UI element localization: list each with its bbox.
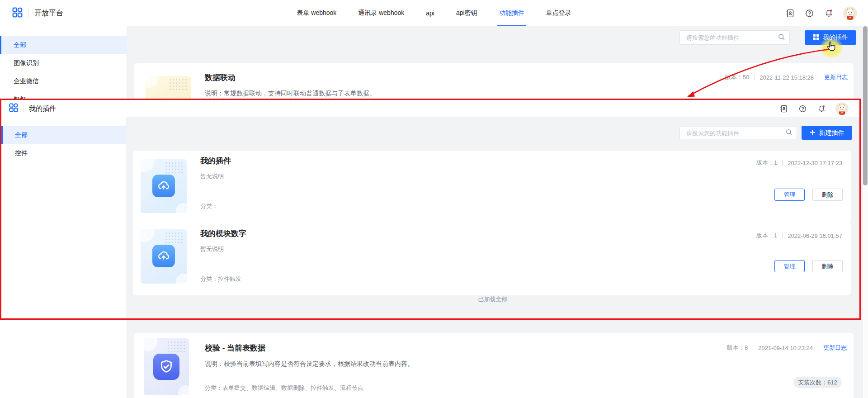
new-plugin-button-label: 新建插件 [819, 129, 844, 137]
nav-sso[interactable]: 单点登录 [546, 0, 571, 26]
tile-deco-bubble [176, 274, 187, 284]
changelog-link[interactable]: 更新日志 [823, 344, 847, 352]
plugin-category: 分类：表单提交、数据编辑、数据删除、控件触发、流程节点 [205, 384, 363, 392]
new-plugin-button[interactable]: 新建插件 [802, 126, 852, 140]
scrollbar-track[interactable] [863, 26, 868, 398]
sidebar-item-image-recognition[interactable]: 图像识别 [0, 54, 127, 72]
delete-button[interactable]: 删除 [812, 189, 843, 201]
meta-separator [819, 75, 819, 80]
plugin-description: 暂无说明 [200, 172, 224, 180]
user-avatar[interactable] [835, 102, 849, 115]
my-plugins-screenshot-overlay: 我的插件 [0, 99, 861, 320]
tile-deco-bubble [141, 159, 154, 172]
outer-search-input[interactable] [685, 34, 778, 42]
plugin-title: 我的模块数字 [200, 228, 246, 239]
overlay-search-input[interactable] [685, 129, 785, 137]
app-grid-logo-icon[interactable] [9, 103, 19, 114]
plugin-updated: 2021-09-14 10:23:24 [758, 345, 813, 351]
plugin-tile [141, 229, 187, 284]
bell-icon[interactable] [816, 104, 826, 114]
tile-deco-dots [169, 78, 189, 92]
hand-cursor [825, 42, 836, 56]
help-icon[interactable] [797, 104, 807, 114]
overlay-title: 我的插件 [29, 104, 56, 113]
meta-separator [818, 345, 818, 351]
nav-contacts-webhook[interactable]: 通讯录 webhook [358, 0, 404, 26]
grid-icon [813, 34, 819, 42]
plugin-title: 数据联动 [205, 72, 236, 83]
sidebar-item-wecom[interactable]: 企业微信 [0, 72, 127, 90]
overlay-header: 我的插件 [1, 100, 859, 118]
manage-button[interactable]: 管理 [774, 260, 805, 272]
tile-deco-bubble [178, 385, 189, 395]
search-icon[interactable] [778, 33, 785, 43]
meta-separator [782, 233, 783, 238]
tile-deco-dots [165, 232, 184, 245]
tile-deco-bubble [144, 338, 157, 351]
overlay-sidebar-item-all[interactable]: 全部 [1, 126, 126, 144]
contacts-icon[interactable] [778, 104, 788, 114]
tile-deco-dots [167, 341, 187, 354]
scrollbar-thumb[interactable] [863, 26, 868, 185]
plugin-version: 版本：50 [725, 73, 749, 81]
sidebar-item-all[interactable]: 全部 [0, 36, 127, 54]
meta-separator [753, 345, 753, 351]
nav-api-key[interactable]: api密钥 [456, 0, 477, 26]
tile-deco-bubble [141, 229, 154, 242]
overlay-plugin-card-2: 我的模块数字 暂无说明 分类：控件触发 版本：1 2022-06-29 16:0… [133, 222, 851, 295]
main-nav: 表单 webhook 通讯录 webhook api api密钥 功能插件 单点… [0, 0, 868, 26]
plugin-tile [144, 338, 189, 395]
plugin-tile [141, 159, 187, 213]
plugin-version: 版本：8 [727, 344, 748, 352]
plugin-updated: 2022-11-22 15:18:28 [760, 74, 814, 81]
plugin-title: 我的插件 [200, 156, 231, 166]
plugin-meta: 版本：1 2022-12-30 17:17:23 [756, 159, 842, 167]
plugin-version: 版本：1 [756, 159, 777, 167]
plugin-title: 校验 - 当前表数据 [205, 343, 265, 353]
manage-button[interactable]: 管理 [774, 189, 805, 201]
changelog-link[interactable]: 更新日志 [824, 73, 848, 81]
delete-button[interactable]: 删除 [812, 260, 843, 272]
plus-icon [810, 129, 816, 137]
loaded-all-text: 已加载全部 [126, 295, 859, 303]
top-app-bar: 开放平台 表单 webhook 通讯录 webhook api api密钥 功能… [0, 0, 868, 26]
nav-form-webhook[interactable]: 表单 webhook [297, 0, 336, 26]
plugin-description: 说明：常规数据联动，支持同时联动普通数据与子表单数据。 [205, 90, 376, 98]
plugin-updated: 2022-06-29 16:01:57 [788, 232, 842, 239]
overlay-sidebar: 全部 控件 [1, 117, 126, 318]
help-icon[interactable] [804, 8, 814, 18]
topbar-icon-group [785, 0, 857, 26]
bell-icon[interactable] [824, 8, 834, 18]
overlay-brand: 我的插件 [9, 100, 56, 117]
plugin-card-validate: 校验 - 当前表数据 说明：校验当前表填写内容是否符合设定要求，根据结果改动当前… [134, 333, 854, 398]
cloud-upload-icon [152, 245, 175, 267]
plugin-category: 分类： [200, 202, 218, 210]
nav-api[interactable]: api [426, 0, 434, 26]
tile-deco-dots [165, 161, 184, 175]
plugin-meta: 版本：1 2022-06-29 16:01:57 [756, 232, 842, 240]
plugin-version: 版本：1 [756, 232, 777, 240]
overlay-search [679, 127, 797, 139]
install-count-badge: 安装次数：612 [793, 377, 842, 388]
meta-separator [754, 75, 755, 80]
search-icon[interactable] [785, 128, 793, 137]
cloud-upload-icon [152, 175, 175, 197]
outer-search [679, 30, 790, 45]
nav-function-plugins[interactable]: 功能插件 [499, 0, 524, 26]
plugin-meta: 版本：50 2022-11-22 15:18:28 更新日志 [725, 73, 848, 81]
user-avatar[interactable] [843, 6, 857, 20]
brand-divider [24, 105, 24, 112]
plugin-updated: 2022-12-30 17:17:23 [788, 160, 842, 166]
overlay-sidebar-item-widget[interactable]: 控件 [1, 144, 126, 162]
meta-separator [782, 160, 783, 166]
contacts-icon[interactable] [785, 8, 795, 18]
plugin-category: 分类：控件触发 [200, 275, 241, 283]
plugin-meta: 版本：8 2021-09-14 10:23:24 更新日志 [727, 344, 847, 352]
tile-deco-bubble [146, 76, 158, 88]
overlay-icon-group [778, 100, 849, 117]
plugin-description: 暂无说明 [200, 245, 224, 253]
overlay-plugin-card-1: 我的插件 暂无说明 分类： 版本：1 2022-12-30 17:17:23 管… [133, 151, 851, 223]
tile-deco-bubble [176, 203, 187, 213]
shield-check-icon [153, 354, 179, 380]
plugin-description: 说明：校验当前表填写内容是否符合设定要求，根据结果改动当前表内容。 [205, 360, 414, 368]
